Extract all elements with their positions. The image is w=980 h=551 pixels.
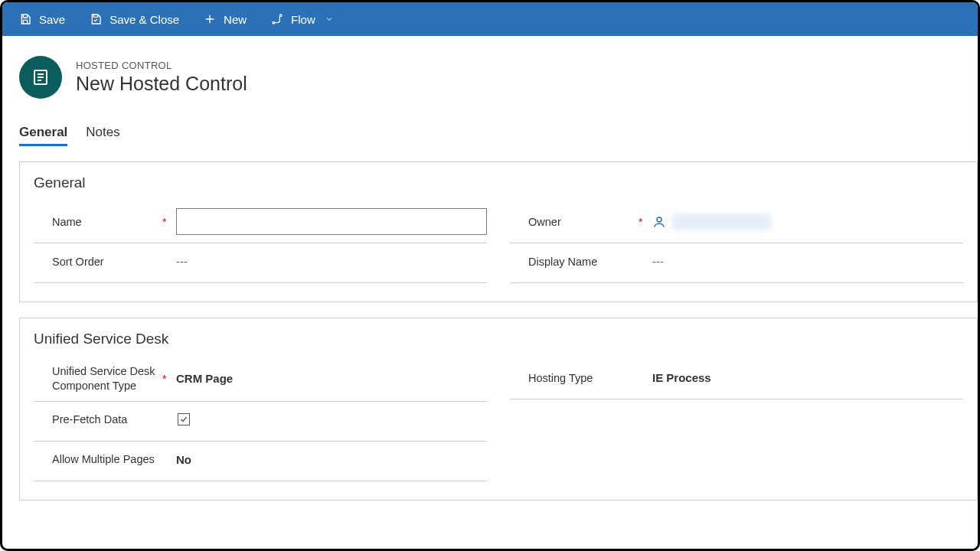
- component-type-value: CRM Page: [176, 372, 487, 385]
- save-close-button[interactable]: Save & Close: [79, 8, 190, 31]
- display-name-label: Display Name: [510, 256, 639, 268]
- person-icon: [652, 215, 666, 229]
- plus-icon: [204, 13, 216, 25]
- entity-type-label: HOSTED CONTROL: [76, 60, 247, 71]
- save-label: Save: [39, 13, 65, 26]
- svg-point-3: [657, 217, 662, 222]
- chevron-down-icon: [325, 15, 334, 24]
- owner-value-redacted: [672, 214, 772, 230]
- component-type-label: Unified Service Desk Component Type: [34, 364, 162, 393]
- required-asterisk: *: [162, 216, 176, 228]
- display-name-value: ---: [652, 255, 963, 268]
- command-bar: Save Save & Close New Flow: [2, 2, 978, 36]
- allow-multiple-label: Allow Multiple Pages: [34, 453, 162, 465]
- name-label: Name: [34, 216, 162, 228]
- check-icon: [179, 415, 188, 424]
- flow-label: Flow: [291, 13, 315, 26]
- flow-icon: [271, 13, 283, 25]
- name-input[interactable]: [176, 208, 487, 235]
- owner-chip[interactable]: [652, 214, 772, 230]
- sort-order-value: ---: [176, 255, 487, 268]
- page-title: New Hosted Control: [76, 73, 247, 95]
- entity-icon: [19, 56, 62, 99]
- field-component-type[interactable]: Unified Service Desk Component Type * CR…: [34, 360, 487, 402]
- hosting-type-value: IE Process: [652, 371, 963, 384]
- field-prefetch[interactable]: Pre-Fetch Data: [34, 402, 487, 442]
- svg-point-0: [273, 21, 275, 24]
- save-close-label: Save & Close: [109, 13, 179, 26]
- owner-label: Owner: [510, 216, 639, 228]
- save-icon: [19, 13, 31, 25]
- page-header: HOSTED CONTROL New Hosted Control: [19, 56, 978, 99]
- field-display-name[interactable]: Display Name ---: [510, 243, 963, 283]
- save-button[interactable]: Save: [8, 8, 76, 31]
- save-close-icon: [90, 13, 102, 25]
- section-usd-title: Unified Service Desk: [34, 331, 963, 347]
- section-general-title: General: [34, 174, 963, 191]
- required-asterisk: *: [162, 373, 176, 385]
- field-name: Name *: [34, 204, 487, 243]
- new-label: New: [224, 13, 247, 26]
- tab-general[interactable]: General: [19, 122, 67, 146]
- prefetch-checkbox[interactable]: [178, 413, 190, 425]
- hosting-type-label: Hosting Type: [510, 372, 639, 384]
- field-hosting-type[interactable]: Hosting Type IE Process: [510, 360, 963, 399]
- tabs: General Notes: [19, 122, 978, 146]
- svg-point-1: [279, 15, 282, 17]
- section-general: General Name * Sort Order --- Own: [19, 161, 978, 302]
- new-button[interactable]: New: [193, 8, 257, 31]
- sort-order-label: Sort Order: [34, 256, 162, 268]
- field-allow-multiple[interactable]: Allow Multiple Pages No: [34, 442, 487, 481]
- field-sort-order[interactable]: Sort Order ---: [34, 243, 487, 283]
- field-owner[interactable]: Owner *: [510, 204, 963, 243]
- required-asterisk: *: [639, 216, 652, 228]
- prefetch-label: Pre-Fetch Data: [34, 413, 162, 425]
- flow-button[interactable]: Flow: [260, 8, 345, 31]
- section-usd: Unified Service Desk Unified Service Des…: [19, 318, 978, 500]
- tab-notes[interactable]: Notes: [86, 122, 119, 146]
- allow-multiple-value: No: [176, 453, 487, 466]
